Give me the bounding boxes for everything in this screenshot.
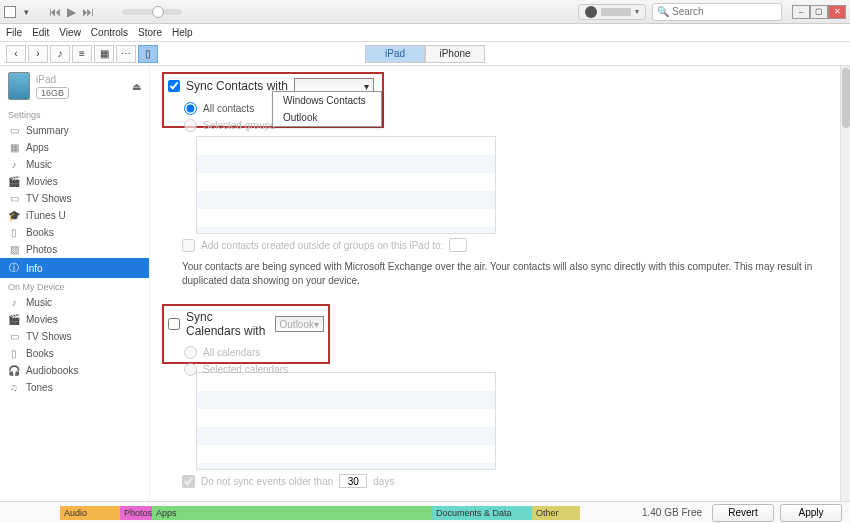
sync-contacts-dropdown-menu: Windows Contacts Outlook xyxy=(272,91,382,127)
contacts-sync-note: Your contacts are being synced with Micr… xyxy=(182,260,834,288)
revert-button[interactable]: Revert xyxy=(712,504,774,522)
more-icon[interactable]: ⋯ xyxy=(116,45,136,63)
sidebar-device-movies[interactable]: 🎬Movies xyxy=(0,311,149,328)
chevron-down-icon[interactable]: ▾ xyxy=(24,7,29,17)
sync-calendars-dropdown[interactable]: Outlook▾ xyxy=(275,316,324,332)
add-contacts-label: Add contacts created outside of groups o… xyxy=(201,240,443,251)
sidebar-item-label: Music xyxy=(26,297,52,308)
dropdown-option-outlook[interactable]: Outlook xyxy=(273,109,381,126)
eject-icon[interactable]: ⏏ xyxy=(132,81,141,92)
radio-all-calendars xyxy=(184,346,197,359)
next-track-icon[interactable]: ⏭ xyxy=(82,5,94,19)
sidebar-settings-header: Settings xyxy=(0,106,149,122)
storage-bar: Audio Photos Apps Documents & Data Other xyxy=(60,506,632,520)
itunesu-icon: 🎓 xyxy=(8,210,20,221)
sidebar-item-tvshows[interactable]: ▭TV Shows xyxy=(0,190,149,207)
content-pane: Sync Contacts with ▾ Windows Contacts Ou… xyxy=(150,66,850,506)
older-events-suffix: days xyxy=(373,476,394,487)
radio-all-contacts-label: All contacts xyxy=(203,103,254,114)
menu-help[interactable]: Help xyxy=(172,27,193,38)
apply-button[interactable]: Apply xyxy=(780,504,842,522)
calendars-list xyxy=(196,372,496,470)
menu-store[interactable]: Store xyxy=(138,27,162,38)
prev-track-icon[interactable]: ⏮ xyxy=(49,5,61,19)
dropdown-option-windows-contacts[interactable]: Windows Contacts xyxy=(273,92,381,109)
sidebar-item-itunesu[interactable]: 🎓iTunes U xyxy=(0,207,149,224)
sidebar-device-audiobooks[interactable]: 🎧Audiobooks xyxy=(0,362,149,379)
menu-controls[interactable]: Controls xyxy=(91,27,128,38)
device-storage-badge: 16GB xyxy=(36,87,69,99)
scrollbar-thumb[interactable] xyxy=(842,68,850,128)
photos-icon: ▧ xyxy=(8,244,20,255)
sidebar-item-photos[interactable]: ▧Photos xyxy=(0,241,149,258)
menu-file[interactable]: File xyxy=(6,27,22,38)
storage-seg-docs: Documents & Data xyxy=(432,506,532,520)
storage-seg-audio: Audio xyxy=(60,506,120,520)
radio-selected-groups xyxy=(184,119,197,132)
radio-all-contacts[interactable] xyxy=(184,102,197,115)
device-header: iPad 16GB ⏏ xyxy=(0,66,149,106)
window-buttons: – ▢ ✕ xyxy=(792,5,846,19)
sidebar-item-music[interactable]: ♪Music xyxy=(0,156,149,173)
close-button[interactable]: ✕ xyxy=(828,5,846,19)
tab-ipad[interactable]: iPad xyxy=(365,45,425,63)
sidebar-item-label: Apps xyxy=(26,142,49,153)
volume-slider[interactable] xyxy=(122,9,182,15)
sidebar-device-books[interactable]: ▯Books xyxy=(0,345,149,362)
search-field[interactable]: 🔍 xyxy=(652,3,782,21)
menu-bar: File Edit View Controls Store Help xyxy=(0,24,850,42)
sidebar-item-label: Music xyxy=(26,159,52,170)
app-menu-icon[interactable] xyxy=(4,6,16,18)
movies-icon: 🎬 xyxy=(8,314,20,325)
sync-contacts-checkbox[interactable] xyxy=(168,80,180,92)
sidebar-item-summary[interactable]: ▭Summary xyxy=(0,122,149,139)
older-events-checkbox xyxy=(182,475,195,488)
minimize-button[interactable]: – xyxy=(792,5,810,19)
add-contacts-checkbox xyxy=(182,239,195,252)
vertical-scrollbar[interactable] xyxy=(840,66,850,501)
sync-calendars-dropdown-value: Outlook xyxy=(280,319,314,330)
older-events-days-input[interactable] xyxy=(339,474,367,488)
sidebar-item-label: Photos xyxy=(26,244,57,255)
sidebar-device-music[interactable]: ♪Music xyxy=(0,294,149,311)
volume-knob[interactable] xyxy=(152,6,164,18)
tab-iphone[interactable]: iPhone xyxy=(425,45,485,63)
sidebar-item-books[interactable]: ▯Books xyxy=(0,224,149,241)
sidebar-device-header: On My Device xyxy=(0,278,149,294)
highlight-box-calendars: Sync Calendars with Outlook▾ All calenda… xyxy=(162,304,330,364)
sidebar-item-label: TV Shows xyxy=(26,331,72,342)
sync-contacts-section: Sync Contacts with ▾ Windows Contacts Ou… xyxy=(166,72,834,288)
sync-calendars-checkbox[interactable] xyxy=(168,318,180,330)
sidebar-item-label: iTunes U xyxy=(26,210,66,221)
search-icon: 🔍 xyxy=(657,6,669,17)
sidebar: iPad 16GB ⏏ Settings ▭Summary ▦Apps ♪Mus… xyxy=(0,66,150,506)
chevron-down-icon: ▾ xyxy=(364,81,369,92)
sidebar-item-label: Movies xyxy=(26,314,58,325)
sidebar-device-tones[interactable]: ♫Tones xyxy=(0,379,149,396)
maximize-button[interactable]: ▢ xyxy=(810,5,828,19)
account-menu[interactable]: ▾ xyxy=(578,4,646,20)
music-view-icon[interactable]: ♪ xyxy=(50,45,70,63)
music-icon: ♪ xyxy=(8,159,20,170)
sidebar-device-tvshows[interactable]: ▭TV Shows xyxy=(0,328,149,345)
summary-icon: ▭ xyxy=(8,125,20,136)
radio-all-calendars-label: All calendars xyxy=(203,347,260,358)
sidebar-item-movies[interactable]: 🎬Movies xyxy=(0,173,149,190)
grid-view-icon[interactable]: ▦ xyxy=(94,45,114,63)
list-view-icon[interactable]: ≡ xyxy=(72,45,92,63)
menu-edit[interactable]: Edit xyxy=(32,27,49,38)
sidebar-item-apps[interactable]: ▦Apps xyxy=(0,139,149,156)
device-view-icon[interactable]: ▯ xyxy=(138,45,158,63)
tones-icon: ♫ xyxy=(8,382,20,393)
nav-back-button[interactable]: ‹ xyxy=(6,45,26,63)
sidebar-item-info[interactable]: ⓘInfo xyxy=(0,258,149,278)
audiobooks-icon: 🎧 xyxy=(8,365,20,376)
storage-free-label: 1.40 GB Free xyxy=(632,507,712,518)
chevron-down-icon: ▾ xyxy=(635,7,639,16)
play-icon[interactable]: ▶ xyxy=(67,5,76,19)
nav-forward-button[interactable]: › xyxy=(28,45,48,63)
menu-view[interactable]: View xyxy=(59,27,81,38)
radio-selected-groups-label: Selected groups xyxy=(203,120,275,131)
search-input[interactable] xyxy=(672,6,777,17)
tv-icon: ▭ xyxy=(8,331,20,342)
